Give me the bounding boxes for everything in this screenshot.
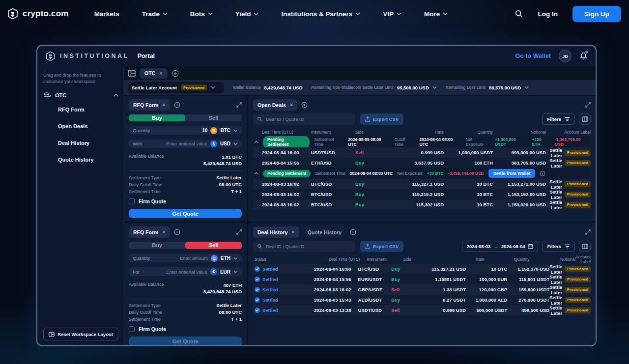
table-row[interactable]: 2024-08-03 16:02 BTC/USD Buy 115,315.2 U…: [253, 189, 591, 199]
filters-button[interactable]: Filters: [542, 113, 575, 125]
open-deals-header-row: Deal Time (UTC) Instrument Side Rate Qua…: [253, 128, 591, 137]
chevron-down-icon: [208, 12, 213, 15]
available-balance: Available Balance 407 ETH 8,429,648.74 U…: [129, 282, 242, 295]
non-stablecoin-limit-metric[interactable]: Remaining Non-Stablecoin Settle Later Li…: [312, 85, 437, 90]
table-row[interactable]: Settled 2024-08-03 13:28 USDT/USD Sell 0…: [253, 305, 591, 315]
nav-item-markets[interactable]: Markets: [94, 10, 119, 18]
firm-quote-checkbox-row[interactable]: Firm Quote: [129, 198, 242, 204]
deal-history-search[interactable]: [253, 241, 355, 252]
add-widget-icon[interactable]: [174, 229, 180, 235]
table-row[interactable]: Settled 2024-08-04 15:56 EUR/USDT Buy 1.…: [253, 274, 591, 284]
expand-icon[interactable]: [585, 229, 591, 235]
quantity-field[interactable]: Quantity Enter amount Ξ ETH: [129, 254, 242, 263]
tab-otc[interactable]: OTC ×: [140, 68, 168, 79]
settle-from-wallet-button[interactable]: Settle from Wallet: [488, 169, 536, 178]
chevron-down-icon: [163, 12, 168, 15]
rfq-form-tab[interactable]: RFQ Form×: [129, 226, 170, 238]
close-icon[interactable]: ×: [159, 71, 162, 76]
add-widget-icon[interactable]: [301, 102, 308, 108]
search-icon: [257, 244, 262, 249]
collapse-chevron-icon[interactable]: [254, 172, 258, 175]
table-row[interactable]: Settled 2024-08-04 16:00 BTC/USD Buy 115…: [253, 264, 591, 274]
chevron-down-icon: [524, 86, 529, 89]
go-to-wallet-link[interactable]: Go to Wallet: [515, 53, 551, 59]
nav-item-yield[interactable]: Yield: [235, 10, 259, 18]
crypto-com-logo[interactable]: crypto.com: [7, 8, 69, 20]
buy-sell-toggle[interactable]: Buy Sell: [129, 114, 242, 121]
settle-later-account-select[interactable]: Settle Later Account Provisioned: [128, 82, 224, 93]
quantity-field[interactable]: Quantity 10 B BTC: [129, 126, 242, 135]
settlement-type-row: Settlement TypeSettle Later: [129, 174, 242, 181]
sell-button[interactable]: Sell: [185, 114, 242, 121]
nav-item-more[interactable]: More: [424, 10, 448, 18]
columns-button[interactable]: [579, 241, 591, 252]
notional-field[interactable]: For Enter notional value € EUR: [129, 267, 242, 276]
quote-history-tab[interactable]: Quote History: [303, 226, 346, 238]
sidebar-hint: Drag and drop the features to customise …: [43, 72, 118, 85]
rfq-form-panel-2: RFQ Form× Buy Sell Quantity Enter amount…: [124, 223, 247, 346]
provisioned-badge: Provisioned: [565, 297, 591, 303]
provisioned-badge: Provisioned: [565, 181, 591, 187]
loss-limit-metric[interactable]: Remaining Loss Limit 56,575.00 USD: [446, 85, 529, 90]
nav-item-bots[interactable]: Bots: [190, 10, 213, 18]
close-icon[interactable]: ×: [291, 229, 294, 235]
close-icon[interactable]: ×: [162, 102, 165, 108]
sidebar-item-deal-history[interactable]: Deal History: [58, 140, 118, 146]
nav-item-trade[interactable]: Trade: [142, 10, 168, 18]
workspace-layout-icon[interactable]: [128, 70, 136, 77]
export-csv-button[interactable]: Export CSV: [360, 241, 403, 252]
search-input[interactable]: [266, 116, 351, 122]
signup-button[interactable]: Sign Up: [572, 6, 621, 22]
table-row[interactable]: 2024-08-03 16:02 BTC/USD Buy 115,302 USD…: [253, 199, 591, 210]
sidebar-item-rfq-form[interactable]: RFQ Form: [58, 107, 118, 112]
search-input[interactable]: [266, 244, 351, 249]
firm-quote-checkbox[interactable]: [129, 326, 135, 332]
export-csv-button[interactable]: Export CSV: [360, 113, 403, 125]
notional-field[interactable]: With Enter notional value $ USD: [129, 140, 242, 148]
add-widget-icon[interactable]: [174, 102, 180, 108]
close-icon[interactable]: ×: [162, 229, 165, 235]
date-range-picker[interactable]: 2024-08-03 → 2024-08-04: [462, 241, 539, 252]
table-row[interactable]: Settled 2024-08-03 15:43 AED/USDT Buy 0.…: [253, 295, 591, 305]
info-icon[interactable]: [540, 170, 545, 176]
expand-icon[interactable]: [585, 102, 591, 108]
provisioned-badge: Provisioned: [565, 277, 591, 282]
get-quote-button[interactable]: Get Quote: [129, 209, 242, 218]
table-row[interactable]: 2024-08-03 16:02 BTC/USD Buy 115,327.1 U…: [253, 179, 591, 189]
nav-item-institutions[interactable]: Institutions & Partners: [281, 10, 360, 18]
table-row[interactable]: 2024-08-04 15:56 ETH/USD Buy 3,637.05 US…: [253, 158, 591, 168]
sidebar-section-otc[interactable]: OTC: [43, 92, 118, 99]
notifications-bell-icon[interactable]: [579, 52, 588, 60]
firm-quote-checkbox-row[interactable]: Firm Quote: [129, 326, 242, 332]
expand-icon[interactable]: [236, 229, 242, 235]
search-icon[interactable]: [515, 9, 523, 18]
table-row[interactable]: 2024-08-04 16:00 USDT/USD Sell 0.999 USD…: [253, 147, 591, 158]
close-icon[interactable]: ×: [290, 102, 293, 108]
sidebar-item-open-deals[interactable]: Open Deals: [58, 123, 118, 129]
chevron-down-icon: [432, 86, 437, 89]
add-widget-icon[interactable]: [350, 229, 356, 235]
nav-item-vip[interactable]: VIP: [383, 10, 401, 18]
reset-workspace-button[interactable]: Reset Workspace Layout: [43, 328, 118, 340]
rfq-form-tab[interactable]: RFQ Form×: [129, 99, 170, 111]
get-quote-button[interactable]: Get Quote: [129, 336, 242, 346]
firm-quote-checkbox[interactable]: [129, 198, 135, 204]
avatar[interactable]: JD: [559, 50, 572, 62]
settlement-type-row: Settlement TypeSettle Later: [129, 302, 242, 309]
buy-sell-toggle[interactable]: Buy Sell: [129, 242, 242, 249]
buy-button[interactable]: Buy: [129, 242, 185, 249]
collapse-chevron-icon[interactable]: [254, 140, 258, 143]
sell-button[interactable]: Sell: [185, 242, 242, 249]
open-deals-search[interactable]: [253, 113, 355, 125]
columns-button[interactable]: [579, 113, 591, 125]
filters-button[interactable]: Filters: [542, 241, 575, 252]
add-tab-icon[interactable]: [172, 70, 179, 77]
open-deals-tab[interactable]: Open Deals×: [253, 99, 297, 111]
login-link[interactable]: Log In: [538, 10, 558, 18]
check-circle-icon: [255, 287, 260, 292]
table-row[interactable]: Settled 2024-08-03 16:02 GBP/USDT Sell 1…: [253, 284, 591, 295]
expand-icon[interactable]: [236, 102, 242, 108]
buy-button[interactable]: Buy: [129, 114, 185, 121]
sidebar-item-quote-history[interactable]: Quote History: [58, 157, 118, 163]
deal-history-tab[interactable]: Deal History×: [253, 226, 299, 238]
